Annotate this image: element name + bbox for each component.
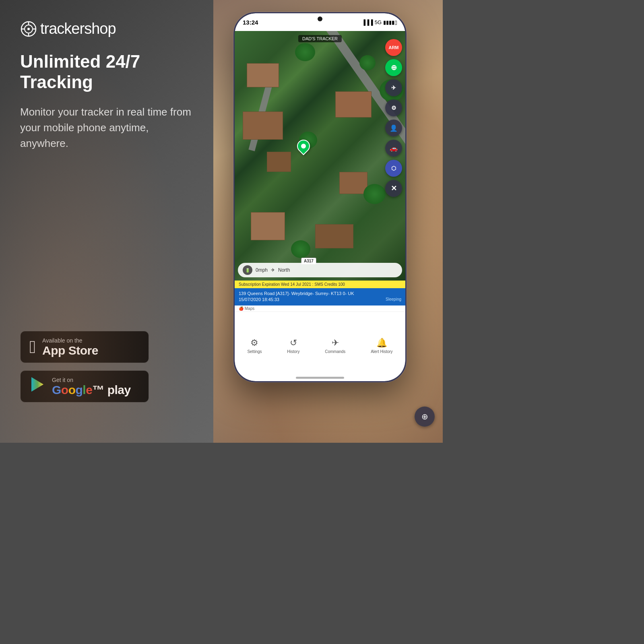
map-background: DAD'S TRACKER A317 [235, 31, 405, 281]
info-panel: Subscription Expiration Wed 14 Jul 2021 … [235, 281, 405, 381]
logo-container: trackershop [20, 20, 197, 37]
profile-button[interactable]: 🚗 [385, 140, 402, 157]
direction-value: North [278, 267, 290, 273]
address-line2: 15/07/2020 18:45:33 Sleeping [239, 297, 401, 303]
google-play-line1: Get it on [52, 377, 131, 383]
tracker-name-label: DAD'S TRACKER [298, 35, 342, 42]
app-store-text: Available on the App Store [42, 337, 98, 357]
address-status: Sleeping [386, 297, 401, 302]
phone-body: 13:24 ▐▐▐ 5G ▮▮▮▮▯ [233, 12, 407, 382]
bottom-nav: ⚙ Settings ↺ History ✈ Commands [235, 312, 405, 381]
commands-label: Commands [325, 349, 345, 354]
status-bar: 13:24 ▐▐▐ 5G ▮▮▮▮▯ [235, 13, 405, 31]
history-label: History [287, 349, 299, 354]
person-button[interactable]: 👤 [385, 120, 402, 136]
network-type: 5G [375, 19, 382, 25]
google-play-line2: Google™ play [52, 383, 131, 396]
map-area: DAD'S TRACKER A317 [235, 31, 405, 281]
app-store-line1: Available on the [42, 337, 98, 344]
apple-icon:  [29, 337, 36, 357]
nav-alert-history[interactable]: 🔔 Alert History [371, 338, 392, 354]
left-panel: trackershop Unlimited 24/7Tracking Monit… [0, 0, 213, 443]
tree-cluster-6 [291, 240, 310, 258]
signal-bars-icon: ▐▐▐ [362, 19, 373, 25]
direction-icon: ✈ [271, 267, 275, 273]
nav-commands[interactable]: ✈ Commands [325, 338, 345, 354]
pin-dot [294, 137, 312, 155]
tree-cluster-5 [363, 184, 386, 204]
tree-cluster-2 [359, 55, 376, 70]
address-datetime: 15/07/2020 18:45:33 [239, 297, 279, 302]
alert-history-icon: 🔔 [376, 338, 387, 348]
maps-label: Maps [245, 306, 254, 311]
headline: Unlimited 24/7Tracking [20, 52, 197, 92]
building-6 [251, 212, 285, 240]
maps-icon: 🍎 [239, 306, 244, 311]
building-4 [335, 91, 372, 118]
brand-name: trackershop [40, 20, 116, 37]
store-buttons:  Available on the App Store [20, 331, 197, 402]
building-7 [315, 224, 353, 248]
trackershop-logo-icon [20, 21, 37, 37]
building-2 [243, 111, 283, 140]
compass-button[interactable]: ⊕ [385, 59, 402, 76]
geofence-button[interactable]: ⬡ [385, 160, 402, 177]
pin-inner [301, 144, 306, 149]
main-container: trackershop Unlimited 24/7Tracking Monit… [0, 0, 443, 443]
map-satellite: DAD'S TRACKER A317 [235, 31, 405, 281]
speed-value: 0mph [256, 267, 268, 273]
svg-point-2 [27, 28, 30, 30]
subscription-bar: Subscription Expiration Wed 14 Jul 2021 … [235, 281, 405, 288]
alerts-button[interactable]: ⚙ [385, 99, 402, 116]
speed-bar: 🔋 0mph ✈ North [238, 263, 402, 277]
location-pin [297, 140, 310, 153]
nav-history[interactable]: ↺ History [287, 338, 299, 354]
alert-history-label: Alert History [371, 349, 392, 354]
home-indicator [296, 377, 344, 379]
arm-button[interactable]: ARM [385, 39, 402, 56]
speed-icon: 🔋 [243, 265, 252, 275]
status-time: 13:24 [243, 19, 258, 26]
right-panel: 13:24 ▐▐▐ 5G ▮▮▮▮▯ [213, 0, 443, 443]
settings-icon: ⚙ [250, 338, 258, 348]
svg-marker-7 [31, 377, 43, 392]
settings-label: Settings [247, 349, 262, 354]
google-play-button[interactable]: Get it on Google™ play [20, 370, 149, 402]
tree-cluster-1 [295, 43, 315, 61]
building-3 [267, 152, 291, 172]
building-5 [339, 172, 367, 194]
commands-icon: ✈ [332, 338, 339, 348]
google-play-icon [29, 376, 45, 396]
camera-notch [318, 17, 322, 21]
address-bar: 139 Queens Road [A317]- Weybridge- Surre… [235, 288, 405, 305]
google-play-text: Get it on Google™ play [52, 377, 131, 396]
phone-screen: 13:24 ▐▐▐ 5G ▮▮▮▮▯ [235, 13, 405, 381]
subtext: Monitor your tracker in real time from y… [20, 104, 197, 151]
battery-icon: ▮▮▮▮▯ [383, 19, 397, 25]
app-store-line2: App Store [42, 344, 98, 357]
nav-settings[interactable]: ⚙ Settings [247, 338, 262, 354]
satellite-button[interactable]: ✈ [385, 79, 402, 96]
close-button[interactable]: ✕ [385, 180, 402, 197]
building-1 [247, 63, 279, 87]
map-controls: ARM ⊕ ✈ ⚙ 👤 🚗 ⬡ ✕ [385, 39, 402, 197]
address-line1: 139 Queens Road [A317]- Weybridge- Surre… [239, 291, 401, 297]
phone-wrapper: 13:24 ▐▐▐ 5G ▮▮▮▮▯ [233, 12, 407, 382]
corner-compass-button[interactable]: ⊕ [415, 407, 435, 427]
status-icons: ▐▐▐ 5G ▮▮▮▮▯ [362, 19, 397, 25]
history-icon: ↺ [290, 338, 297, 348]
maps-credit: 🍎 Maps [235, 305, 405, 312]
app-store-button[interactable]:  Available on the App Store [20, 331, 149, 363]
